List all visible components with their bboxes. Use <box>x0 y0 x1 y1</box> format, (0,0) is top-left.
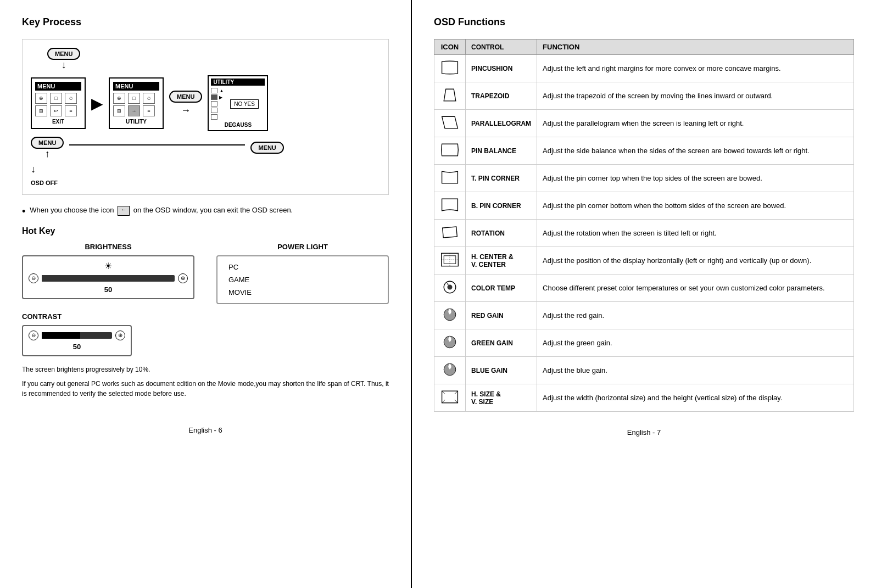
power-col: POWER LIGHT PC GAME MOVIE <box>216 243 389 304</box>
table-row: PINCUSHION Adjust the left and right mar… <box>434 55 854 82</box>
rotation-icon <box>440 224 460 240</box>
utility-icon-5 <box>211 114 217 120</box>
icon-cell-pin-balance <box>434 137 466 165</box>
osd-off-container: ↓ OSD OFF <box>31 164 380 186</box>
contrast-fill <box>42 332 80 339</box>
table-row: PARALLELOGRAM Adjust the parallelogram w… <box>434 110 854 137</box>
osd-table: ICON CONTROL FUNCTION PINCUSHION Adjust … <box>434 39 854 412</box>
brightness-decrease-btn[interactable]: ⊖ <box>29 273 38 283</box>
function-green-gain: Adjust the green gain. <box>537 329 854 357</box>
utility-title: UTILITY <box>211 79 265 86</box>
power-label: POWER LIGHT <box>216 243 389 251</box>
left-page: Key Process MENU ↓ MENU ⊕ □ ☺ ⊞ ↩ ≡ <box>0 0 412 588</box>
contrast-decrease-btn[interactable]: ⊖ <box>29 331 38 340</box>
contrast-bar-row: ⊖ ⊕ <box>29 331 125 340</box>
key-process-diagram: MENU ↓ MENU ⊕ □ ☺ ⊞ ↩ ≡ EXIT ▶ <box>22 39 389 195</box>
brightness-slider-box: ☀ ⊖ ⊕ 50 <box>22 255 194 299</box>
utility-box: UTILITY ▲ ▶ <box>208 75 268 131</box>
arrow-down-1: ↓ <box>62 60 66 70</box>
function-pincushion: Adjust the left and right margins for mo… <box>537 55 854 82</box>
icon-3: ☺ <box>65 93 77 104</box>
menu-btn-bottom-r[interactable]: MENU <box>250 142 283 154</box>
icon-11: → <box>128 105 140 116</box>
icon-6: ≡ <box>65 105 77 116</box>
osd-off-label: OSD OFF <box>31 180 380 186</box>
diagram-main-row: MENU ⊕ □ ☺ ⊞ ↩ ≡ EXIT ▶ MENU ⊕ <box>31 75 380 131</box>
utility-item-1: ▲ <box>211 88 224 93</box>
utility-item-5 <box>211 114 224 120</box>
brightness-fill <box>42 275 121 282</box>
icon-cell-h-v-size <box>434 384 466 412</box>
blue-gain-icon <box>440 361 460 378</box>
table-row: H. SIZE & V. SIZE Adjust the width (hori… <box>434 384 854 412</box>
icon-7: ⊕ <box>113 93 125 104</box>
icon-1: ⊕ <box>35 93 47 104</box>
brightness-track[interactable] <box>42 275 175 282</box>
function-h-v-center: Adjust the position of the display horiz… <box>537 247 854 275</box>
control-pin-balance: PIN BALANCE <box>466 137 537 165</box>
function-parallelogram: Adjust the parallelogram when the screen… <box>537 110 854 137</box>
icon-8: □ <box>128 93 140 104</box>
utility-item-4 <box>211 108 224 113</box>
utility-list: ▲ ▶ <box>211 88 224 120</box>
menu-btn-mid[interactable]: MENU <box>169 91 202 103</box>
svg-rect-10 <box>442 391 458 403</box>
icon-5: ↩ <box>50 105 62 116</box>
utility-icon-3 <box>211 101 217 107</box>
icon-cell-rotation <box>434 220 466 247</box>
contrast-increase-btn[interactable]: ⊕ <box>115 331 125 340</box>
left-title: Key Process <box>22 16 389 28</box>
contrast-track[interactable] <box>42 332 112 339</box>
sun-icon: ☀ <box>104 261 112 271</box>
utility-icon-2 <box>211 94 217 100</box>
table-row: B. PIN CORNER Adjust the pin corner bott… <box>434 192 854 220</box>
icon-cell-green-gain <box>434 329 466 357</box>
table-row: PIN BALANCE Adjust the side balance when… <box>434 137 854 165</box>
utility-icon-4 <box>211 108 217 113</box>
t-pin-corner-icon <box>440 169 460 186</box>
brightness-label: BRIGHTNESS <box>22 243 194 251</box>
screen-text-1: The screen brightens progressively by 10… <box>22 365 389 374</box>
control-color-temp: COLOR TEMP <box>466 275 537 302</box>
svg-line-14 <box>455 400 457 402</box>
menu-box-1-title: MENU <box>35 82 81 91</box>
table-row: BLUE GAIN Adjust the blue gain. <box>434 357 854 384</box>
bottom-row: MENU ↑ MENU <box>31 137 380 159</box>
menu-button-top[interactable]: MENU <box>47 48 80 60</box>
red-gain-icon <box>440 306 460 323</box>
parallelogram-icon <box>440 114 460 131</box>
th-icon: ICON <box>434 40 466 55</box>
icon-cell-pincushion <box>434 55 466 82</box>
icon-cell-b-pin-corner <box>434 192 466 220</box>
bullet-text: • When you choose the icon ← on the OSD … <box>22 206 389 218</box>
icon-cell-blue-gain <box>434 357 466 384</box>
hotkey-row: BRIGHTNESS ☀ ⊖ ⊕ 50 POWER LIGHT PC GAME … <box>22 243 389 304</box>
control-h-v-center: H. CENTER & V. CENTER <box>466 247 537 275</box>
b-pin-corner-icon <box>440 197 460 213</box>
table-row: ROTATION Adjust the rotation when the sc… <box>434 220 854 247</box>
function-color-temp: Choose different preset color temperatur… <box>537 275 854 302</box>
power-list-box: PC GAME MOVIE <box>216 255 389 304</box>
function-trapezoid: Adjust the trapezoid of the screen by mo… <box>537 82 854 110</box>
diagram-bottom: MENU ↑ MENU ↓ OSD OFF <box>31 137 380 186</box>
icon-cell-h-v-center <box>434 247 466 275</box>
icon-cell-red-gain <box>434 302 466 329</box>
no-yes-container: NO YES <box>230 99 259 109</box>
brightness-increase-btn[interactable]: ⊕ <box>178 273 188 283</box>
icon-cell-color-temp: K <box>434 275 466 302</box>
menu-btn-bottom[interactable]: MENU <box>31 137 64 149</box>
function-rotation: Adjust the rotation when the screen is t… <box>537 220 854 247</box>
svg-line-12 <box>455 391 457 394</box>
function-blue-gain: Adjust the blue gain. <box>537 357 854 384</box>
svg-line-13 <box>442 400 445 402</box>
control-green-gain: GREEN GAIN <box>466 329 537 357</box>
contrast-label: CONTRAST <box>22 312 132 321</box>
function-b-pin-corner: Adjust the pin corner bottom when the bo… <box>537 192 854 220</box>
table-header-row: ICON CONTROL FUNCTION <box>434 40 854 55</box>
contrast-value: 50 <box>73 343 81 351</box>
icon-10: ⊞ <box>113 105 125 116</box>
th-function: FUNCTION <box>537 40 854 55</box>
svg-line-11 <box>442 391 445 394</box>
control-rotation: ROTATION <box>466 220 537 247</box>
control-pincushion: PINCUSHION <box>466 55 537 82</box>
